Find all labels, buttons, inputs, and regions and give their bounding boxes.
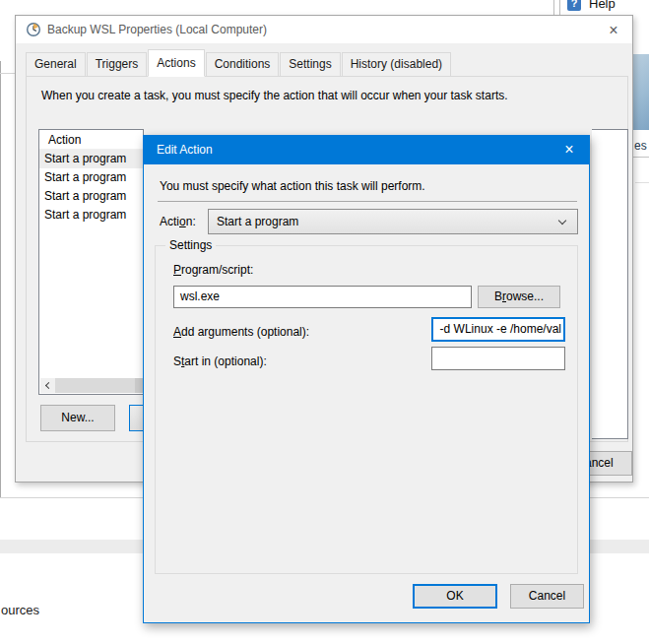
program-script-label: Program/script: [173, 263, 253, 277]
label-text: rogram/script: [181, 263, 253, 277]
tab-settings[interactable]: Settings [280, 52, 340, 76]
add-arguments-field[interactable]: -d WLinux -e /home/val [431, 317, 565, 342]
label-text: dd arguments (optional): [181, 325, 309, 339]
tab-strip: General Triggers Actions Conditions Sett… [26, 52, 452, 76]
close-icon: × [609, 22, 617, 38]
background-pane-divider [553, 0, 554, 15]
background-text-fragment: ources [1, 603, 39, 617]
start-in-label: Start in (optional): [173, 354, 267, 368]
background-pane-border [0, 73, 15, 74]
add-arguments-value: -d WLinux -e /home/val [440, 319, 561, 340]
start-in-field[interactable] [431, 347, 565, 370]
tab-triggers[interactable]: Triggers [87, 52, 148, 76]
label-mnemonic: A [173, 325, 181, 339]
edit-action-titlebar[interactable]: Edit Action × [144, 136, 589, 164]
edit-action-description: You must specify what action this task w… [160, 179, 425, 193]
task-clock-icon [26, 22, 41, 37]
action-dropdown[interactable]: Start a program [208, 209, 578, 234]
help-icon[interactable]: ? [567, 0, 581, 11]
ok-button[interactable]: OK [413, 584, 497, 609]
background-separator [635, 182, 649, 183]
action-dropdown-value: Start a program [217, 215, 298, 228]
label-text: owse... [506, 290, 544, 303]
properties-dialog-title: Backup WSL Properties (Local Computer) [47, 23, 267, 36]
chevron-down-icon [558, 217, 566, 225]
close-button[interactable]: × [552, 136, 586, 164]
tab-actions[interactable]: Actions [148, 49, 204, 77]
action-column-header[interactable]: Action [39, 130, 143, 150]
scroll-left-button[interactable] [40, 378, 55, 393]
actions-tab-description: When you create a task, you must specify… [41, 89, 613, 102]
horizontal-scrollbar[interactable] [40, 378, 143, 393]
tab-conditions[interactable]: Conditions [206, 52, 280, 76]
label-text: art in (optional): [184, 354, 266, 368]
label-mnemonic: P [173, 263, 181, 277]
close-button[interactable]: × [601, 20, 626, 41]
close-icon: × [564, 141, 573, 158]
edit-action-dialog: Edit Action × You must specify what acti… [143, 135, 590, 623]
background-action-item-fragment: es [634, 139, 647, 153]
settings-group-label: Settings [165, 238, 216, 252]
new-button[interactable]: New... [40, 405, 115, 431]
tab-general[interactable]: General [26, 52, 86, 76]
actions-list-right-fragment [592, 129, 628, 439]
label-text: n: [186, 215, 196, 228]
label-mnemonic: o [179, 215, 186, 228]
browse-button[interactable]: Browse... [478, 286, 560, 308]
add-arguments-label: Add arguments (optional): [173, 325, 309, 339]
label-text: B [494, 290, 502, 303]
background-pane-divider [559, 0, 560, 15]
program-script-field[interactable]: wsl.exe [173, 286, 472, 308]
background-pane-border [0, 61, 1, 497]
scrollbar-thumb[interactable] [55, 378, 143, 393]
screen: ? Help es ources Backup WSL Properties (… [0, 0, 649, 644]
actions-list: Action Start a program Start a program S… [38, 129, 144, 395]
list-item[interactable]: Start a program [39, 206, 143, 225]
properties-titlebar[interactable]: Backup WSL Properties (Local Computer) × [16, 16, 632, 43]
label-text: Acti [160, 215, 179, 228]
scroll-left-icon [45, 382, 52, 389]
list-item[interactable]: Start a program [39, 168, 143, 187]
cancel-button[interactable]: Cancel [510, 584, 584, 609]
list-item[interactable]: Start a program [39, 150, 143, 168]
help-menu-item[interactable]: Help [589, 0, 616, 11]
tab-history[interactable]: History (disabled) [342, 52, 451, 76]
separator [158, 201, 577, 202]
list-item[interactable]: Start a program [39, 187, 143, 206]
action-dropdown-label: Action: [160, 215, 196, 228]
edit-action-title: Edit Action [157, 143, 213, 157]
label-text: S [173, 354, 181, 368]
